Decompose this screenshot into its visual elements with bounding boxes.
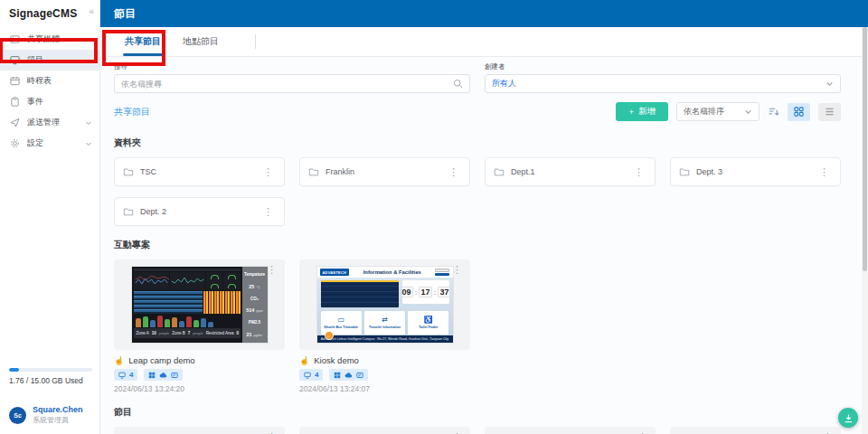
project-timestamp: 2024/06/13 13:24:20 [114,384,285,393]
kebab-menu-icon[interactable]: ⋮ [260,205,276,218]
sidebar-collapse-icon[interactable]: « [89,7,94,16]
grid-view-toggle[interactable] [788,103,810,121]
sidebar-item-label: 設定 [27,137,43,149]
scrollbar-thumb[interactable] [863,27,867,271]
program-card[interactable]: ⋮ [114,427,285,434]
app-window: SignageCMS « 共享媒體 節目 時程表 [0,0,868,434]
tab-shared-programs[interactable]: 共享節目 [114,27,172,56]
folder-name: TSC [140,167,156,176]
sidebar-item-shared-media[interactable]: 共享媒體 [0,29,99,50]
send-icon [10,118,20,127]
screen-count: 4 [129,371,133,379]
transfer-icon: ⇄ [382,316,388,324]
project-card-leap-camp[interactable]: ⋮ [114,259,285,393]
page-header: 節目 [100,0,868,27]
advantech-logo: ADVANTECH [320,269,350,276]
project-name: Leap camp demo [128,355,194,365]
restricted-count: 0 [236,331,239,335]
tab-separator [255,34,256,49]
bus-icon: ▭ [337,316,344,324]
programs-grid: ⋮ ⋮ ⋮ ⋮ [114,427,841,434]
dashboard-thumbnail: Zone A 10 people Zone B 7 people Restric… [132,267,268,343]
co2-label: CO₂ [250,297,259,301]
add-button-label: 新增 [638,106,656,118]
clock-colon: : [434,289,436,296]
creator-label: 創建者 [485,62,841,71]
tab-location-programs[interactable]: 地點節目 [172,27,230,56]
avatar: Sc [9,407,26,424]
timetable-panel [321,280,399,307]
sidebar-item-settings[interactable]: 設定 [0,133,99,154]
people-label: people [159,332,169,335]
creator-select[interactable]: 所有人 [485,74,841,93]
windows-icon [148,372,156,379]
kebab-menu-icon[interactable]: ⋮ [260,165,276,178]
kebab-menu-icon[interactable]: ⋮ [446,165,461,178]
display-box-icon [171,372,178,379]
temp-unit: °C [256,286,259,289]
language-buttons [435,269,449,276]
sidebar-item-label: 時程表 [27,75,52,87]
folder-card[interactable]: TSC ⋮ [114,157,285,186]
folder-card[interactable]: Dept.1 ⋮ [485,157,656,186]
clock-minutes: 17 [419,287,432,297]
kebab-menu-icon[interactable]: ⋮ [816,165,832,178]
search-input[interactable] [121,80,453,89]
pm-label: PM2.5 [249,320,260,325]
project-name: Kiosk demo [314,355,359,365]
platform-badge [329,369,368,381]
list-view-toggle[interactable] [818,103,841,121]
zone-a-label: Zone A [137,331,149,335]
user-role: 系統管理員 [33,415,83,425]
folder-name: Franklin [326,167,354,176]
sidebar-item-label: 共享媒體 [27,33,60,45]
plus-icon: + [628,107,634,117]
scrollbar-track[interactable] [862,27,868,434]
temp-value: 25 [249,284,254,289]
folder-card[interactable]: Franklin ⋮ [299,157,470,186]
folder-icon [123,206,134,217]
sidebar: SignageCMS « 共享媒體 節目 時程表 [0,0,100,434]
kiosk-panel-transfer: ⇄ Transfer Information [364,311,405,335]
program-card[interactable]: ⋮ [485,427,656,434]
folder-icon [123,166,134,177]
kebab-menu-icon[interactable]: ⋮ [264,430,279,434]
project-card-kiosk[interactable]: ⋮ ADVANTECH Information & Facilities [299,259,470,393]
clock-seconds: 37 [438,287,451,297]
pm-value: 21 [247,332,252,337]
kebab-menu-icon[interactable]: ⋮ [635,430,650,434]
folder-grid: TSC ⋮ Franklin ⋮ Dept.1 ⋮ Dept. 3 ⋮ [114,157,841,226]
co2-value: 514 [246,307,254,313]
panel-label: Shuttle Bus Timetable [324,326,358,329]
kebab-menu-icon[interactable]: ⋮ [264,263,279,276]
clock-colon: : [415,289,417,296]
folder-card[interactable]: Dept. 2 ⋮ [114,197,285,226]
sidebar-item-events[interactable]: 事件 [0,91,99,112]
calendar-icon [10,76,20,86]
search-icon[interactable] [453,79,463,89]
sort-select[interactable]: 依名稱排序 [676,102,760,121]
tab-bar: 共享節目 地點節目 [100,27,868,57]
user-profile[interactable]: Sc Square.Chen 系統管理員 [9,405,90,425]
program-card[interactable]: ⋮ [670,427,841,434]
chevron-down-icon [744,108,752,116]
add-button[interactable]: + 新增 [616,102,668,121]
program-card[interactable]: ⋮ [299,427,470,434]
user-name: Square.Chen [33,405,83,415]
sidebar-item-schedule[interactable]: 時程表 [0,71,99,91]
project-timestamp: 2024/06/13 13:24:07 [299,384,470,393]
breadcrumb[interactable]: 共享節目 [114,106,150,118]
clock-hours: 09 [400,287,413,297]
download-icon [844,413,854,423]
kiosk-panel-toilet: ♿ Toilet Finder [408,311,448,335]
folder-card[interactable]: Dept. 3 ⋮ [670,157,841,186]
kebab-menu-icon[interactable]: ⋮ [631,165,646,178]
sort-direction-icon[interactable] [768,106,779,118]
interactive-grid: ⋮ [114,259,841,393]
restricted-label: Restricted Area [206,331,234,335]
sidebar-item-dispatch[interactable]: 派送管理 [0,112,99,133]
sidebar-item-programs[interactable]: 節目 [0,50,99,71]
kebab-menu-icon[interactable]: ⋮ [820,430,835,434]
kebab-menu-icon[interactable]: ⋮ [449,430,465,434]
download-fab-button[interactable] [838,408,858,428]
